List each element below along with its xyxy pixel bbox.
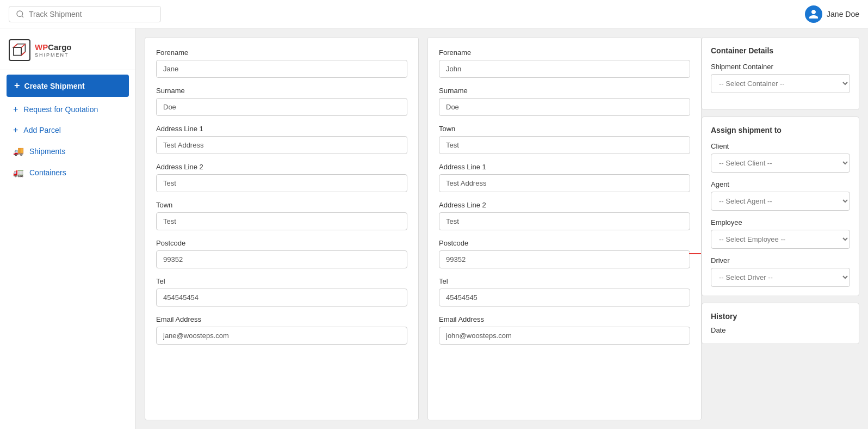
right-panel: Container Details Shipment Container -- …: [702, 37, 859, 420]
sidebar: WPCargo SHIPMENT + Create Shipment + Req…: [0, 28, 136, 429]
svg-line-5: [21, 44, 25, 47]
receiver-town-input[interactable]: [439, 136, 690, 154]
receiver-email-group: Email Address: [439, 315, 690, 345]
sender-email-input[interactable]: [156, 327, 407, 345]
create-shipment-button[interactable]: + Create Shipment: [7, 75, 129, 97]
assign-shipment-title: Assign shipment to: [711, 126, 850, 134]
sender-surname-label: Surname: [156, 87, 407, 95]
select-container-dropdown[interactable]: -- Select Container --: [711, 74, 850, 93]
employee-label: Employee: [711, 218, 850, 226]
sender-email-group: Email Address: [156, 315, 407, 345]
svg-line-6: [21, 52, 25, 55]
driver-label: Driver: [711, 256, 850, 265]
receiver-town-group: Town: [439, 125, 690, 154]
avatar: [805, 5, 822, 23]
sender-surname-input[interactable]: [156, 98, 407, 116]
sender-address2-group: Address Line 2: [156, 163, 407, 192]
select-driver-dropdown[interactable]: -- Select Driver --: [711, 268, 850, 287]
sender-tel-label: Tel: [156, 277, 407, 285]
user-info: Jane Doe: [805, 5, 859, 23]
sender-tel-group: Tel: [156, 277, 407, 307]
sender-town-group: Town: [156, 201, 407, 230]
sender-town-label: Town: [156, 201, 407, 209]
receiver-surname-label: Surname: [439, 87, 690, 95]
user-name: Jane Doe: [827, 10, 859, 19]
plus-small-icon-2: +: [13, 125, 18, 135]
agent-label: Agent: [711, 180, 850, 188]
receiver-tel-label: Tel: [439, 277, 690, 285]
receiver-address1-group: Address Line 1: [439, 163, 690, 192]
receiver-tel-input[interactable]: [439, 289, 690, 307]
select-agent-dropdown[interactable]: -- Select Agent --: [711, 192, 850, 211]
plus-icon: +: [14, 80, 20, 91]
shipments-icon: 🚚: [13, 146, 24, 156]
receiver-tel-group: Tel: [439, 277, 690, 307]
receiver-address2-label: Address Line 2: [439, 201, 690, 209]
logo-icon: [9, 39, 30, 61]
svg-line-4: [14, 44, 17, 47]
receiver-surname-group: Surname: [439, 87, 690, 116]
sidebar-item-add-parcel[interactable]: + Add Parcel: [0, 120, 135, 140]
sender-postcode-group: Postcode: [156, 239, 407, 268]
sender-address1-input[interactable]: [156, 136, 407, 154]
container-details-card: Container Details Shipment Container -- …: [702, 37, 859, 110]
sender-forename-label: Forename: [156, 48, 407, 57]
content-area: Forename Surname Address Line 1 Address …: [136, 28, 868, 429]
receiver-postcode-label: Postcode: [439, 239, 690, 247]
receiver-forename-label: Forename: [439, 48, 690, 57]
assign-shipment-card: Assign shipment to Client -- Select Clie…: [702, 117, 859, 296]
container-details-title: Container Details: [711, 46, 850, 55]
history-title: History: [711, 312, 850, 321]
sender-email-label: Email Address: [156, 315, 407, 323]
select-employee-dropdown[interactable]: -- Select Employee --: [711, 230, 850, 249]
containers-icon: 🚛: [13, 167, 24, 177]
svg-point-0: [17, 11, 23, 17]
main-layout: WPCargo SHIPMENT + Create Shipment + Req…: [0, 28, 868, 429]
plus-small-icon: +: [13, 105, 18, 114]
sender-address2-input[interactable]: [156, 174, 407, 192]
receiver-address1-label: Address Line 1: [439, 163, 690, 171]
sender-address2-label: Address Line 2: [156, 163, 407, 171]
receiver-surname-input[interactable]: [439, 98, 690, 116]
logo: WPCargo SHIPMENT: [0, 35, 135, 70]
receiver-postcode-group: Postcode: [439, 239, 690, 268]
receiver-email-input[interactable]: [439, 327, 690, 345]
sender-surname-group: Surname: [156, 87, 407, 116]
sender-postcode-input[interactable]: [156, 250, 407, 268]
sender-address1-group: Address Line 1: [156, 125, 407, 154]
select-client-dropdown[interactable]: -- Select Client --: [711, 154, 850, 173]
logo-text: WPCargo SHIPMENT: [35, 42, 72, 58]
history-card: History Date: [702, 303, 859, 344]
sidebar-item-shipments[interactable]: 🚚 Shipments: [0, 140, 135, 162]
sender-town-input[interactable]: [156, 212, 407, 230]
search-icon: [16, 10, 24, 19]
receiver-forename-group: Forename: [439, 48, 690, 78]
sender-address1-label: Address Line 1: [156, 125, 407, 133]
sidebar-item-request-quotation[interactable]: + Request for Quotation: [0, 99, 135, 120]
search-input[interactable]: [29, 10, 154, 19]
receiver-address2-input[interactable]: [439, 212, 690, 230]
receiver-address1-input[interactable]: [439, 174, 690, 192]
sender-forename-group: Forename: [156, 48, 407, 78]
sender-tel-input[interactable]: [156, 289, 407, 307]
date-label: Date: [711, 326, 726, 334]
form-cards: Forename Surname Address Line 1 Address …: [145, 37, 702, 420]
topbar: Jane Doe: [0, 0, 868, 28]
search-bar[interactable]: [9, 6, 161, 22]
receiver-town-label: Town: [439, 125, 690, 133]
sender-postcode-label: Postcode: [156, 239, 407, 247]
sidebar-item-containers[interactable]: 🚛 Containers: [0, 162, 135, 183]
receiver-address2-group: Address Line 2: [439, 201, 690, 230]
svg-rect-2: [14, 47, 21, 55]
receiver-form-card: Forename Surname Town Address Line 1 Add…: [427, 37, 702, 420]
client-label: Client: [711, 142, 850, 150]
receiver-email-label: Email Address: [439, 315, 690, 323]
receiver-postcode-input[interactable]: [439, 250, 690, 268]
sender-forename-input[interactable]: [156, 60, 407, 78]
svg-line-1: [22, 16, 23, 17]
sender-form-card: Forename Surname Address Line 1 Address …: [145, 37, 419, 420]
receiver-forename-input[interactable]: [439, 60, 690, 78]
red-arrow-indicator: [689, 250, 702, 257]
shipment-container-label: Shipment Container: [711, 63, 850, 71]
